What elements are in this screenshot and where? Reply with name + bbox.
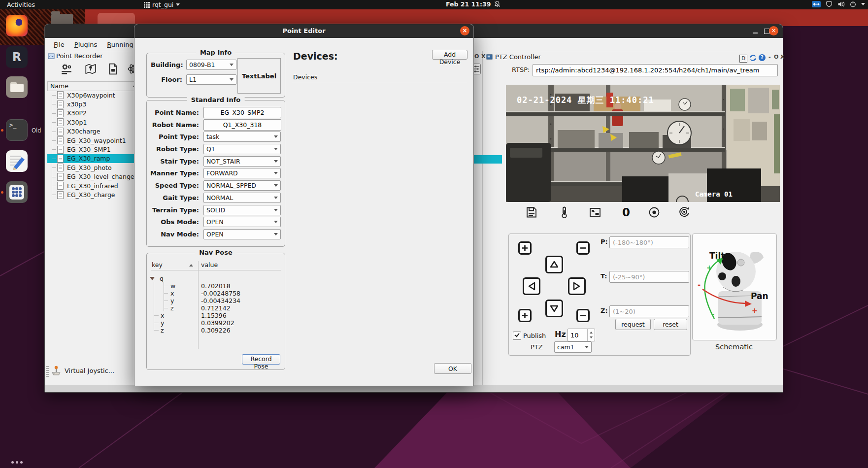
firefox-icon[interactable] [6, 15, 28, 36]
terminal-icon[interactable]: >_ [6, 119, 28, 141]
thermometer-icon[interactable] [558, 206, 570, 219]
focus-out-button[interactable] [576, 309, 590, 322]
dock-undock-button[interactable]: O [474, 53, 479, 60]
tilt-down-button[interactable] [545, 300, 563, 317]
document-icon [57, 155, 64, 163]
panel-splitter[interactable] [482, 51, 483, 385]
tree-item[interactable]: X30p1 [47, 118, 135, 127]
menu-plugins[interactable]: Plugins [69, 41, 102, 48]
close-dock-button[interactable]: X [780, 54, 784, 60]
tree-item[interactable]: EG_X30_infrared [47, 181, 135, 190]
obs-mode-select[interactable]: OPEN [203, 217, 281, 227]
reset-button[interactable]: reset [654, 319, 687, 330]
hz-spinbox[interactable] [568, 329, 595, 341]
request-button[interactable]: request [615, 319, 651, 330]
app-menu[interactable]: rqt_gui [144, 0, 180, 9]
tree-item[interactable]: EG_X30_SMP1 [47, 145, 135, 154]
camera-rotate-icon[interactable] [678, 206, 691, 219]
ptz-control-group: Publish Hz PTZ cam1 P: T: Z: request res… [508, 234, 691, 356]
nav-pose-row[interactable]: z0.309226 [151, 327, 281, 334]
building-select[interactable]: 0809-B1 [186, 60, 236, 70]
nav-pose-row[interactable]: x1.15396 [151, 312, 281, 319]
rtsp-input[interactable] [533, 64, 778, 76]
zoom-input[interactable] [609, 305, 689, 317]
close-icon[interactable]: × [769, 26, 778, 35]
app-grid-button[interactable] [6, 181, 28, 203]
record-icon[interactable] [648, 206, 661, 219]
pan-input[interactable] [609, 236, 689, 248]
minimize-icon[interactable] [753, 33, 758, 33]
publish-checkbox[interactable] [513, 332, 521, 340]
chevron-down-icon [274, 160, 278, 163]
undock-button[interactable]: O [774, 54, 778, 60]
camera-select[interactable]: cam1 [554, 341, 592, 353]
spinner-arrows[interactable] [587, 329, 595, 341]
refresh-icon[interactable] [749, 54, 757, 62]
app-grid-icon [144, 2, 150, 8]
hz-label: Hz [555, 330, 566, 339]
tree-item-selected[interactable]: EG_X30_ramp [47, 154, 135, 163]
virtual-joystick-item[interactable]: Virtual Joystic... [51, 365, 114, 376]
expander-icon[interactable] [150, 277, 155, 280]
menu-running[interactable]: Running [102, 41, 138, 48]
desktop-icon-label: Old [32, 127, 41, 134]
pan-right-button[interactable] [568, 277, 586, 295]
save-file-icon[interactable] [106, 63, 119, 75]
close-icon[interactable]: × [460, 26, 469, 35]
tree-item[interactable]: X30P2 [47, 109, 135, 118]
focus-in-button[interactable] [518, 309, 532, 322]
floor-select[interactable]: L1 [186, 74, 236, 85]
speed-type-select[interactable]: NORMAL_SPPED [203, 180, 281, 191]
manner-type-select[interactable]: FORWARD [203, 168, 281, 178]
tree-item[interactable]: X30p6waypoint [47, 91, 135, 100]
point-name-input[interactable] [203, 107, 281, 118]
d-button[interactable]: D [739, 55, 747, 63]
tree-item[interactable]: EG_X30_level_change_22 [47, 172, 135, 181]
nav-pose-row[interactable]: x-0.00248758 [151, 290, 281, 297]
pip-resize-icon[interactable] [589, 206, 601, 219]
gait-type-select[interactable]: NORMAL [203, 193, 281, 203]
nav-pose-row[interactable]: y0.0399202 [151, 319, 281, 327]
minimize-dock-button[interactable]: - [768, 54, 771, 60]
nav-pose-row[interactable]: q [151, 275, 281, 282]
nav-pose-row[interactable]: z0.712142 [151, 304, 281, 312]
nav-mode-select[interactable]: OPEN [203, 229, 281, 239]
zoom-in-button[interactable] [518, 241, 532, 255]
robot-type-select[interactable]: Q1 [203, 144, 281, 154]
tree-item[interactable]: EG_X30_waypoint1 [47, 136, 135, 145]
snapshot-save-icon[interactable] [525, 206, 538, 219]
tree-item[interactable]: EG_X30_charge [47, 190, 135, 199]
text-editor-icon[interactable] [6, 150, 28, 172]
tree-item[interactable]: EG_X30_photo [47, 163, 135, 172]
system-tray[interactable] [812, 0, 865, 7]
tree-column-header[interactable]: Name [47, 81, 139, 91]
pan-left-button[interactable] [523, 277, 540, 295]
tilt-input[interactable] [609, 271, 689, 283]
clock[interactable]: Feb 21 11:39 [446, 0, 501, 8]
dialog-titlebar[interactable]: Point Editor × [134, 24, 473, 38]
tree-item[interactable]: X30charge [47, 127, 135, 136]
record-pose-button[interactable]: Record Pose [242, 354, 280, 365]
terrain-type-select[interactable]: SOLID [203, 205, 281, 215]
stair-type-select[interactable]: NOT_STAIR [203, 156, 281, 167]
zoom-out-button[interactable] [576, 241, 590, 255]
files-icon[interactable] [6, 76, 28, 98]
settings-icon[interactable] [60, 63, 73, 75]
nav-pose-header[interactable]: key value [151, 261, 281, 270]
rviz-icon[interactable]: R [6, 46, 28, 68]
hz-input[interactable] [568, 329, 587, 341]
ok-button[interactable]: OK [434, 363, 471, 374]
map-pin-icon[interactable] [84, 63, 97, 75]
nav-pose-row[interactable]: y-0.00434234 [151, 297, 281, 304]
robot-name-input[interactable] [203, 119, 281, 131]
menu-file[interactable]: File [49, 41, 69, 48]
activities-button[interactable]: Activities [0, 1, 42, 8]
nav-pose-row[interactable]: w0.702018 [151, 282, 281, 290]
zero-counter[interactable]: 0 [620, 206, 633, 219]
point-type-select[interactable]: task [203, 132, 281, 142]
help-button[interactable]: ? [759, 54, 766, 61]
drag-handle[interactable] [46, 366, 49, 377]
tilt-up-button[interactable] [545, 256, 563, 273]
add-device-button[interactable]: Add Device [432, 50, 467, 60]
tree-item[interactable]: x30p3 [47, 100, 135, 108]
